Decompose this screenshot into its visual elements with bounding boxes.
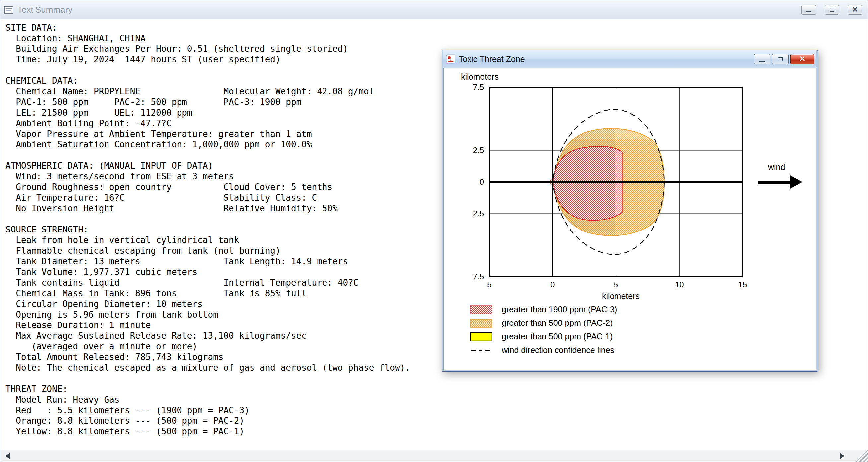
y-tick: 0 <box>465 177 484 187</box>
x-tick: 0 <box>551 280 555 289</box>
legend-item: wind direction confidence lines <box>470 343 617 357</box>
y-tick: 2.5 <box>465 209 484 218</box>
legend-item: greater than 1900 ppm (PAC-3) <box>470 302 617 316</box>
threat-zone-plot-svg <box>489 87 743 277</box>
dashed-line-swatch <box>470 346 492 355</box>
threat-maximize-button[interactable] <box>772 54 789 64</box>
minimize-button[interactable] <box>801 5 816 15</box>
text-summary-titlebar[interactable]: Text Summary ✕ <box>0 0 868 19</box>
threat-zone-legend: greater than 1900 ppm (PAC-3) greater th… <box>470 302 617 357</box>
x-tick: 15 <box>738 280 747 289</box>
scroll-right-button[interactable] <box>835 450 849 462</box>
arrow-right-icon <box>840 453 844 459</box>
close-button[interactable]: ✕ <box>848 5 862 15</box>
legend-label: greater than 500 ppm (PAC-2) <box>502 318 613 328</box>
text-summary-window-icon <box>4 6 13 13</box>
close-icon: ✕ <box>799 55 805 63</box>
toxic-threat-zone-title: Toxic Threat Zone <box>459 55 525 64</box>
threat-zone-plot: 7.5 2.5 0 2.5 7.5 5 0 5 10 15 kilometers <box>489 87 743 277</box>
aloha-app-window: Text Summary ✕ SITE DATA: Location: SHAN… <box>0 0 868 462</box>
red-stipple-swatch <box>470 305 492 314</box>
x-tick: 5 <box>487 280 491 289</box>
toxic-threat-zone-window: Toxic Threat Zone ✕ kilometers 7.5 2.5 0… <box>442 50 818 372</box>
wind-arrow-head <box>790 175 802 189</box>
minimize-icon <box>760 61 765 62</box>
toxic-threat-zone-titlebar[interactable]: Toxic Threat Zone ✕ <box>443 51 816 68</box>
legend-item: greater than 500 ppm (PAC-2) <box>470 316 617 330</box>
window-title: Text Summary <box>17 5 72 15</box>
wind-label: wind <box>768 163 785 172</box>
scroll-left-button[interactable] <box>0 450 14 462</box>
horizontal-scrollbar[interactable] <box>0 450 868 462</box>
y-axis-title: kilometers <box>461 72 499 82</box>
maximize-icon <box>778 57 783 61</box>
orange-stipple-swatch <box>470 319 492 328</box>
wind-arrow-icon <box>758 175 803 189</box>
x-tick: 10 <box>675 280 684 289</box>
legend-item: greater than 500 ppm (PAC-1) <box>470 330 617 343</box>
maximize-button[interactable] <box>825 5 839 15</box>
x-axis-title: kilometers <box>602 291 640 301</box>
toxic-threat-zone-window-icon <box>446 55 455 64</box>
legend-label: greater than 500 ppm (PAC-1) <box>502 332 613 341</box>
legend-label: greater than 1900 ppm (PAC-3) <box>502 305 617 314</box>
y-tick: 7.5 <box>465 83 484 92</box>
resize-grip[interactable] <box>850 450 868 462</box>
legend-label: wind direction confidence lines <box>502 345 614 355</box>
yellow-solid-swatch <box>470 332 492 341</box>
wind-arrow-shaft <box>758 181 790 184</box>
arrow-left-icon <box>5 453 10 459</box>
toxic-threat-zone-content: kilometers 7.5 2.5 0 2.5 7.5 5 0 5 10 15… <box>443 68 816 370</box>
y-tick: 2.5 <box>465 146 484 155</box>
threat-close-button[interactable]: ✕ <box>790 54 814 64</box>
maximize-icon <box>830 8 835 11</box>
window-control-buttons: ✕ <box>801 5 862 15</box>
close-icon: ✕ <box>852 6 858 13</box>
x-tick: 5 <box>614 280 618 289</box>
y-tick: 7.5 <box>465 272 484 281</box>
minimize-icon <box>806 11 811 12</box>
threat-window-control-buttons: ✕ <box>754 54 814 64</box>
threat-minimize-button[interactable] <box>754 54 770 64</box>
